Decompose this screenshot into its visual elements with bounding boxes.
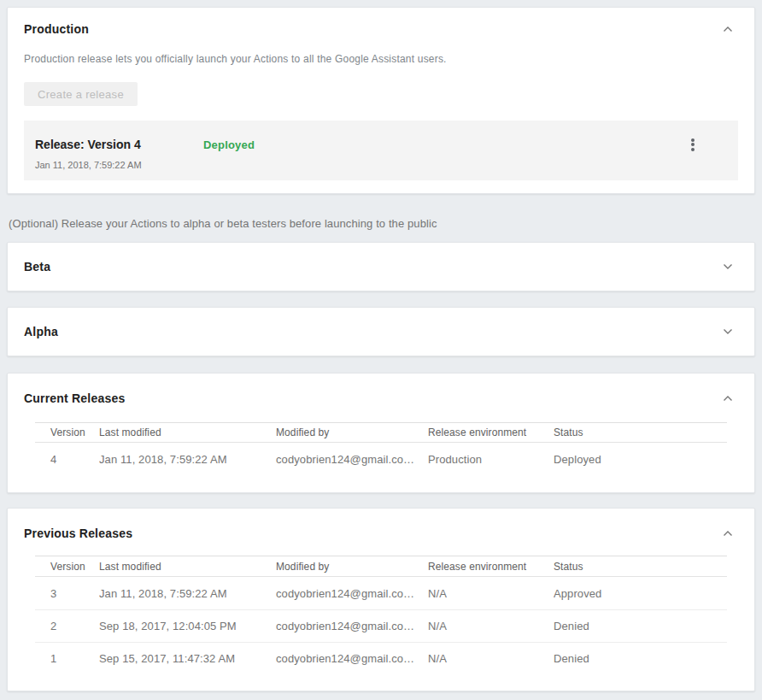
cell-version: 1 (35, 652, 99, 665)
optional-note: (Optional) Release your Actions to alpha… (9, 218, 755, 229)
beta-title: Beta (24, 260, 50, 274)
collapse-current-releases-button[interactable] (718, 388, 738, 409)
previous-releases-table: Version Last modified Modified by Releas… (35, 556, 727, 674)
release-row: Release: Version 4 Deployed (35, 134, 727, 155)
cell-release-environment: N/A (428, 652, 554, 665)
cell-status: Denied (554, 620, 727, 632)
cell-version: 2 (35, 620, 99, 632)
cell-release-environment: N/A (428, 620, 554, 632)
table-row: 2 Sep 18, 2017, 12:04:05 PM codyobrien12… (35, 609, 727, 642)
cell-last-modified: Sep 15, 2017, 11:47:32 AM (99, 652, 276, 665)
previous-releases-header[interactable]: Previous Releases (24, 523, 738, 544)
release-date: Jan 11, 2018, 7:59:22 AM (35, 161, 727, 170)
cell-status: Denied (554, 652, 727, 665)
kebab-menu-icon (691, 137, 695, 152)
cell-release-environment: Production (428, 453, 554, 466)
col-header-modified-by: Modified by (276, 561, 428, 573)
production-panel: Production Production release lets you o… (7, 7, 755, 194)
col-header-release-environment: Release environment (428, 426, 554, 438)
collapse-production-button[interactable] (718, 19, 738, 39)
col-header-version: Version (35, 426, 99, 438)
production-release-card: Release: Version 4 Deployed Jan 11, 2018… (24, 121, 738, 180)
col-header-status: Status (554, 426, 727, 438)
release-status-badge: Deployed (203, 138, 255, 151)
production-title: Production (24, 22, 89, 36)
table-row: 3 Jan 11, 2018, 7:59:22 AM codyobrien124… (35, 577, 727, 609)
release-options-button[interactable] (683, 134, 703, 155)
cell-status: Approved (554, 587, 727, 600)
current-releases-table: Version Last modified Modified by Releas… (35, 422, 727, 475)
current-releases-header[interactable]: Current Releases (24, 388, 738, 409)
collapse-previous-releases-button[interactable] (718, 523, 738, 544)
production-description: Production release lets you officially l… (24, 53, 738, 65)
chevron-up-icon (723, 530, 733, 537)
cell-version: 4 (35, 453, 99, 466)
col-header-version: Version (35, 561, 99, 573)
chevron-up-icon (723, 26, 733, 32)
cell-last-modified: Jan 11, 2018, 7:59:22 AM (99, 587, 276, 600)
current-releases-panel: Current Releases Version Last modified M… (7, 373, 755, 493)
cell-modified-by: codyobrien124@gmail.co… (276, 652, 428, 665)
table-row: 1 Sep 15, 2017, 11:47:32 AM codyobrien12… (35, 642, 727, 674)
cell-modified-by: codyobrien124@gmail.co… (276, 587, 428, 600)
col-header-last-modified: Last modified (99, 561, 276, 573)
table-header-row: Version Last modified Modified by Releas… (35, 422, 727, 443)
current-releases-title: Current Releases (24, 391, 125, 405)
chevron-up-icon (723, 395, 733, 402)
releases-page: Production Production release lets you o… (0, 0, 762, 700)
previous-releases-title: Previous Releases (24, 526, 132, 540)
alpha-panel[interactable]: Alpha (7, 307, 755, 356)
beta-panel[interactable]: Beta (7, 242, 755, 291)
expand-beta-button[interactable] (718, 256, 738, 277)
chevron-down-icon (723, 263, 733, 270)
cell-version: 3 (35, 587, 99, 600)
col-header-release-environment: Release environment (428, 561, 554, 573)
production-panel-header[interactable]: Production (24, 19, 738, 39)
create-release-button[interactable]: Create a release (24, 82, 138, 106)
cell-last-modified: Jan 11, 2018, 7:59:22 AM (99, 453, 276, 466)
alpha-title: Alpha (24, 325, 58, 338)
previous-releases-panel: Previous Releases Version Last modified … (7, 508, 755, 691)
col-header-status: Status (554, 561, 727, 573)
col-header-last-modified: Last modified (99, 426, 276, 438)
release-title: Release: Version 4 (35, 138, 203, 151)
expand-alpha-button[interactable] (718, 321, 738, 342)
cell-last-modified: Sep 18, 2017, 12:04:05 PM (99, 620, 276, 632)
table-header-row: Version Last modified Modified by Releas… (35, 556, 727, 577)
cell-modified-by: codyobrien124@gmail.co… (276, 620, 428, 632)
col-header-modified-by: Modified by (276, 426, 428, 438)
chevron-down-icon (723, 328, 733, 335)
cell-modified-by: codyobrien124@gmail.co… (276, 453, 428, 466)
cell-status: Deployed (554, 453, 727, 466)
table-row: 4 Jan 11, 2018, 7:59:22 AM codyobrien124… (35, 443, 727, 475)
cell-release-environment: N/A (428, 587, 554, 600)
